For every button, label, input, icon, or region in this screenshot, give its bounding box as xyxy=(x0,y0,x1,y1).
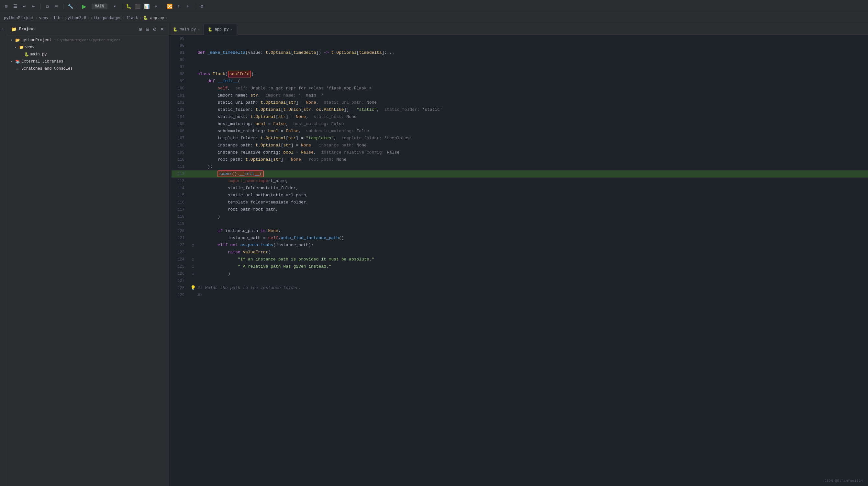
debug-button[interactable]: 🐛 xyxy=(125,3,132,10)
tab-mainpy[interactable]: 🐍 main.py ✕ xyxy=(169,24,204,35)
code-line-91: 91 def _make_timedelta(value: t.Optional… xyxy=(172,49,868,56)
breadcrumb-venv[interactable]: venv xyxy=(39,16,49,21)
tab-mainpy-icon: 🐍 xyxy=(173,27,178,32)
sidebar-item-external[interactable]: 📚 External Libraries xyxy=(7,58,168,65)
toolbar-icon-7[interactable]: 🔧 xyxy=(67,3,74,10)
close-sidebar-button[interactable]: ✕ xyxy=(160,26,165,32)
toolbar-separator-3 xyxy=(77,4,78,9)
scratches-icon: ✏ xyxy=(15,66,20,71)
toolbar-icon-1[interactable]: ⊟ xyxy=(3,3,10,10)
code-line-89: 89 xyxy=(172,35,868,42)
settings-button[interactable]: ⚙ xyxy=(198,3,206,10)
sidebar-item-venv[interactable]: 📁 venv xyxy=(7,44,168,51)
arrow-scratches xyxy=(10,67,13,70)
main-area: P 📁 Project ⊕ ⊟ ⚙ ✕ 📂 pythonProject ~/Py… xyxy=(0,23,868,486)
code-line-105: 105 host_matching: bool = False, host_ma… xyxy=(172,120,868,128)
breadcrumb-project[interactable]: pythonProject xyxy=(4,16,34,21)
code-line-124: 124 ◯ "If an instance path is provided i… xyxy=(172,256,868,263)
locate-file-button[interactable]: ⊕ xyxy=(138,26,143,32)
code-line-113: 113 import_name=import_name, xyxy=(172,177,868,185)
toolbar-icon-6[interactable]: ⌨ xyxy=(53,3,60,10)
code-line-114: 114 static_folder=static_folder, xyxy=(172,185,868,192)
code-line-120: 120 if instance_path is None: xyxy=(172,227,868,235)
scratches-label: Scratches and Consoles xyxy=(21,66,72,71)
tab-apppy-label: app.py xyxy=(215,27,228,32)
vcs-pull[interactable]: ⬇ xyxy=(184,3,192,10)
code-line-97: 97 xyxy=(172,63,868,70)
profile-button[interactable]: 📊 xyxy=(143,3,151,10)
code-line-117: 117 root_path=root_path, xyxy=(172,206,868,213)
breadcrumb-python38[interactable]: python3.8 xyxy=(65,16,86,21)
sidebar: 📁 Project ⊕ ⊟ ⚙ ✕ 📂 pythonProject ~/Pych… xyxy=(7,23,169,486)
breadcrumb-lib[interactable]: lib xyxy=(53,16,61,21)
breadcrumb-file[interactable]: 🐍 app.py xyxy=(143,16,164,21)
code-line-99: 99 def __init__( xyxy=(172,78,868,85)
vcs-push[interactable]: ⬆ xyxy=(176,3,183,10)
breadcrumb-sitepackages[interactable]: site-packages xyxy=(91,16,122,21)
toolbar-icon-2[interactable]: ☰ xyxy=(12,3,19,10)
run-dropdown[interactable]: ▾ xyxy=(111,3,119,10)
code-line-106: 106 subdomain_matching: bool = False, su… xyxy=(172,128,868,135)
coverage-button[interactable]: ☂ xyxy=(152,3,160,10)
toolbar-icon-5[interactable]: ◻ xyxy=(44,3,51,10)
code-line-103: 103 static_folder: t.Optional[t.Union[st… xyxy=(172,106,868,113)
toolbar-separator-1 xyxy=(40,4,40,9)
tab-mainpy-close[interactable]: ✕ xyxy=(198,28,200,31)
project-folder-icon: 📂 xyxy=(15,37,20,43)
arrow-mainpy xyxy=(19,53,23,56)
left-panel-tab: P xyxy=(0,23,7,486)
arrow-venv xyxy=(13,45,18,49)
tab-apppy[interactable]: 🐍 app.py ✕ xyxy=(204,24,237,35)
breadcrumb: pythonProject › venv › lib › python3.8 ›… xyxy=(0,13,868,23)
code-line-128: 128 💡 #: Holds the path to the instance … xyxy=(172,284,868,292)
tab-mainpy-label: main.py xyxy=(180,27,196,32)
project-path: ~/PycharmProjects/pythonProject xyxy=(54,38,121,42)
tab-apppy-close[interactable]: ✕ xyxy=(231,28,233,31)
tab-apppy-icon: 🐍 xyxy=(208,27,213,32)
mainpy-icon: 🐍 xyxy=(24,52,29,57)
run-button[interactable]: ▶ xyxy=(81,2,88,11)
code-line-126: 126 ◯ ) xyxy=(172,270,868,277)
sidebar-item-mainpy[interactable]: 🐍 main.py xyxy=(7,51,168,58)
code-line-102: 102 static_url_path: t.Optional[str] = N… xyxy=(172,99,868,106)
code-line-107: 107 template_folder: t.Optional[str] = "… xyxy=(172,135,868,142)
sidebar-menu-button[interactable]: ⚙ xyxy=(152,26,158,32)
code-line-90: 90 xyxy=(172,42,868,49)
toolbar-left-icons: ⊟ ☰ ↩ ↪ ◻ ⌨ 🔧 ▶ MAIN ▾ 🐛 ⬛ 📊 ☂ 🔀 ⬆ ⬇ ⚙ xyxy=(3,2,206,11)
collapse-all-button[interactable]: ⊟ xyxy=(145,26,150,32)
stop-button[interactable]: ⬛ xyxy=(134,3,142,10)
code-line-115: 115 static_url_path=static_url_path, xyxy=(172,192,868,199)
code-content[interactable]: 89 90 91 def _make_timedelta(value: t.Op… xyxy=(169,35,868,486)
scaffold-highlight: scaffold xyxy=(228,70,251,78)
bulb-icon: 💡 xyxy=(190,284,196,292)
project-tab-label[interactable]: P xyxy=(1,26,6,33)
code-line-109: 109 instance_relative_config: bool = Fal… xyxy=(172,149,868,156)
run-config-label[interactable]: MAIN xyxy=(92,4,107,9)
mainpy-label: main.py xyxy=(30,52,46,57)
breadcrumb-flask[interactable]: flask xyxy=(127,16,138,21)
code-line-111: 111 ): xyxy=(172,163,868,170)
toolbar-separator-5 xyxy=(163,4,163,9)
code-editor: 89 90 91 def _make_timedelta(value: t.Op… xyxy=(169,35,868,486)
toolbar: ⊟ ☰ ↩ ↪ ◻ ⌨ 🔧 ▶ MAIN ▾ 🐛 ⬛ 📊 ☂ 🔀 ⬆ ⬇ ⚙ xyxy=(0,0,868,13)
code-line-100: 100 self, self: Unable to get repr for <… xyxy=(172,85,868,92)
toolbar-separator-2 xyxy=(63,4,63,9)
venv-folder-icon: 📁 xyxy=(19,45,24,50)
arrow-pythonproject xyxy=(10,38,13,42)
toolbar-separator-4 xyxy=(122,4,122,9)
sidebar-actions: ⊕ ⊟ ⚙ ✕ xyxy=(138,26,165,32)
code-line-119: 119 xyxy=(172,220,868,227)
code-line-125: 125 ◯ " A relative path was given instea… xyxy=(172,263,868,270)
vcs-button[interactable]: 🔀 xyxy=(166,3,174,10)
tab-bar: 🐍 main.py ✕ 🐍 app.py ✕ xyxy=(169,23,868,35)
toolbar-icon-3[interactable]: ↩ xyxy=(21,3,28,10)
arrow-external xyxy=(10,60,13,63)
watermark: CSDN @EthanYue1024 xyxy=(824,479,863,483)
toolbar-icon-4[interactable]: ↪ xyxy=(30,3,37,10)
project-label: pythonProject xyxy=(21,38,52,42)
sidebar-item-scratches[interactable]: ✏ Scratches and Consoles xyxy=(7,65,168,72)
code-line-121: 121 instance_path = self.auto_find_insta… xyxy=(172,235,868,242)
sidebar-item-pythonproject[interactable]: 📂 pythonProject ~/PycharmProjects/python… xyxy=(7,37,168,44)
code-line-98: 98 class Flask(scaffold): xyxy=(172,70,868,78)
code-line-101: 101 import_name: str, import_name: '__ma… xyxy=(172,92,868,99)
